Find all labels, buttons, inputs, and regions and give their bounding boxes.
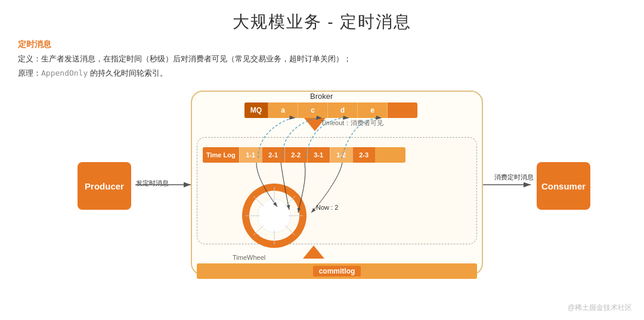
timelog-cell-3: 3-1	[307, 147, 330, 163]
definition-line1: 定义：生产者发送消息，在指定时间（秒级）后对消费者可见（常见交易业务，超时订单关…	[18, 52, 626, 66]
page-title: 大规模业务 - 定时消息	[18, 11, 626, 33]
section-label: 定时消息	[18, 39, 626, 50]
code-text: AppendOnly	[41, 69, 88, 77]
arrow-left-label: 发定时消息	[136, 179, 169, 188]
timelog-cell-1: 2-1	[262, 147, 284, 163]
svg-line-13	[285, 196, 295, 206]
timewheel-container: 1 2 3 4 5 6 7 8	[239, 180, 310, 251]
commitlog-label: commitlog	[313, 266, 361, 276]
mq-label: MQ	[244, 102, 268, 118]
arrow-right-label: 消费定时消息	[494, 173, 534, 182]
mq-slot-d: d	[328, 102, 358, 118]
page-container: 大规模业务 - 定时消息 定时消息 定义：生产者发送消息，在指定时间（秒级）后对…	[0, 0, 644, 320]
diagram-area: Producer Consumer 发定时消息 消费定时消息 Broker MQ…	[18, 85, 626, 299]
producer-box: Producer	[78, 162, 131, 210]
arrow-up-commitlog	[303, 246, 324, 259]
timelog-cell-4: 1-2	[330, 147, 352, 163]
timelog-bar: Time Log 1-1 2-1 2-2 3-1 1-2 2-3	[203, 147, 405, 163]
timeout-label: Timeout：消费者可见	[321, 119, 383, 128]
timelog-cell-0: 1-1	[239, 147, 262, 163]
definition-line2: 原理：AppendOnly 的持久化时间轮索引。	[18, 67, 626, 80]
timelog-label: Time Log	[203, 147, 239, 163]
timelog-cell-5: 2-3	[352, 147, 375, 163]
now-label: Now : 2	[316, 204, 338, 211]
commitlog-bar: commitlog	[197, 263, 477, 279]
timelog-cell-2: 2-2	[284, 147, 307, 163]
watermark: @稀土掘金技术社区	[568, 303, 632, 313]
consumer-box: Consumer	[537, 162, 590, 210]
consumer-label: Consumer	[541, 181, 586, 191]
mq-slot-c: c	[298, 102, 328, 118]
mq-slot-a: a	[268, 102, 298, 118]
svg-point-11	[258, 199, 291, 232]
definition-suffix: 的持久化时间轮索引。	[88, 69, 168, 77]
producer-label: Producer	[85, 181, 124, 191]
mq-slot-e: e	[358, 102, 388, 118]
timewheel-label: TimeWheel	[233, 254, 265, 261]
mq-bar: MQ a c d e	[244, 102, 417, 118]
broker-label: Broker	[310, 92, 333, 101]
